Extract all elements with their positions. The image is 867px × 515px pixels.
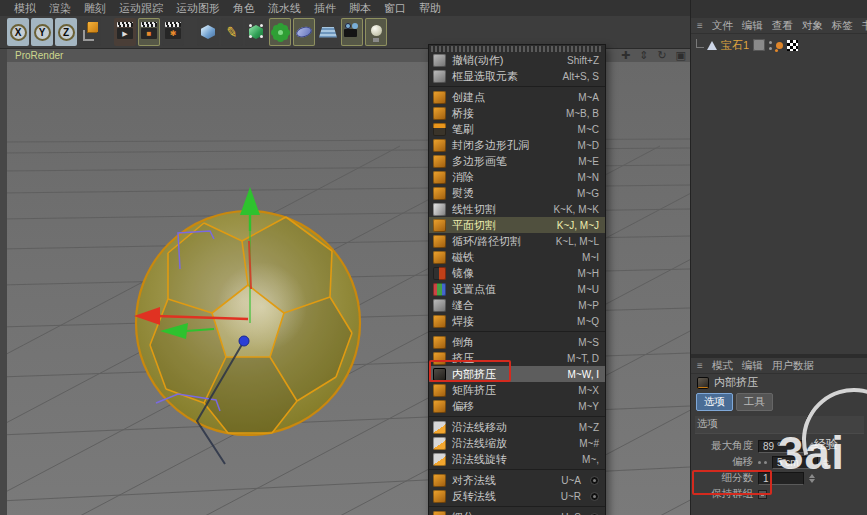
context-menu-item[interactable]: 熨烫 M~G [429,185,605,201]
menubar-item[interactable]: 流水线 [268,1,301,16]
menubar-item[interactable]: 帮助 [419,1,441,16]
attribute-value-input[interactable]: 5 cm [772,456,818,469]
context-menu-item[interactable]: 循环/路径切割 K~L, M~L [429,233,605,249]
object-manager-menu-item[interactable]: 查看 [772,19,793,33]
lock-z-axis-button[interactable]: Z [55,18,77,46]
floor-environment-button[interactable] [317,18,339,46]
menubar-item[interactable]: 运动图形 [176,1,220,16]
context-menu-item[interactable]: 焊接 M~Q [429,313,605,329]
menu-item-options-dot[interactable] [590,476,599,485]
subdivision-surface-button[interactable] [245,18,267,46]
attribute-label: 偏移 [695,455,753,469]
toolbar-icon-label: Z [58,24,75,41]
visibility-dots[interactable] [769,41,772,50]
toggle-layout-icon[interactable]: ▣ [676,50,686,61]
context-menu-item[interactable]: 细分 U~S [429,509,605,515]
primitive-cube-button[interactable] [197,18,219,46]
render-view-button[interactable] [114,18,136,46]
texture-tag-icon[interactable] [787,40,798,51]
context-menu-item[interactable]: 框显选取元素 Alt+S, S [429,68,605,84]
menubar-item[interactable]: 雕刻 [84,1,106,16]
menubar-item[interactable]: 模拟 [14,1,36,16]
attribute-value-input[interactable]: 1 [758,472,804,485]
render-settings-button[interactable] [162,18,184,46]
coordinate-system-button[interactable] [79,18,101,46]
create-point-icon [433,91,446,104]
context-menu-item[interactable]: 多边形画笔 M~E [429,153,605,169]
lock-x-axis-button[interactable]: X [7,18,29,46]
context-menu-item[interactable]: 挤压 M~T, D [429,350,605,366]
render-picture-viewer-button[interactable] [138,18,160,46]
value-stepper[interactable] [823,458,829,467]
context-menu-item[interactable]: 封闭多边形孔洞 M~D [429,137,605,153]
light-button[interactable] [365,18,387,46]
rotate-view-icon[interactable]: ↻ [657,50,666,61]
context-menu-item[interactable]: 矩阵挤压 M~X [429,382,605,398]
value-stepper[interactable] [809,442,815,451]
attribute-value-input[interactable]: 89 ° [758,440,804,453]
menu-item-shortcut: M~W, I [568,369,599,380]
attribute-manager-menu-item[interactable]: 模式 [712,359,733,373]
value-stepper[interactable] [809,474,815,483]
panel-menu-icon[interactable]: ≡ [697,360,703,371]
toolbar-separator[interactable] [103,18,112,46]
object-manager-menu-item[interactable]: 对象 [802,19,823,33]
dolly-view-icon[interactable]: ⇕ [639,50,648,61]
menubar-item[interactable]: 渲染 [49,1,71,16]
context-menu-item[interactable]: 消除 M~N [429,169,605,185]
context-menu-item[interactable]: 沿法线移动 M~Z [429,419,605,435]
set-point-value-icon [433,283,446,296]
object-manager-menu-item[interactable]: 标签 [832,19,853,33]
menubar-item[interactable]: 插件 [314,1,336,16]
array-modeling-button[interactable] [269,18,291,46]
object-name[interactable]: 宝石1 [721,38,749,53]
dissolve-icon [433,171,446,184]
camera-button[interactable] [341,18,363,46]
context-menu-item[interactable]: 桥接 M~B, B [429,105,605,121]
context-menu-item[interactable]: 笔刷 M~C [429,121,605,137]
menubar-item[interactable]: 角色 [233,1,255,16]
gem-object [136,211,360,435]
context-menu-item[interactable]: 内部挤压 M~W, I [429,366,605,382]
frame-selected-icon [433,70,446,83]
context-menu-item[interactable]: 倒角 M~S [429,334,605,350]
context-menu-item[interactable]: 缝合 M~P [429,297,605,313]
selection-tag-icon[interactable] [776,42,783,49]
object-manager-menu-item[interactable]: 编辑 [742,19,763,33]
attribute-tab[interactable]: 选项 [696,393,733,411]
context-menu-item[interactable]: 反转法线 U~R [429,488,605,504]
section-header[interactable]: 选项 [695,416,864,434]
magnet-icon [433,251,446,264]
menubar-item[interactable]: 运动跟踪 [119,1,163,16]
object-manager-menu-item[interactable]: 书签 [862,19,867,33]
menubar-item[interactable]: 窗口 [384,1,406,16]
display-tag-icon[interactable] [753,39,765,51]
context-menu-item[interactable]: 创建点 M~A [429,89,605,105]
attribute-checkbox[interactable] [758,490,767,499]
context-menu-item[interactable]: 设置点值 M~U [429,281,605,297]
attribute-manager-menu-item[interactable]: 编辑 [742,359,763,373]
context-menu-item[interactable]: 撤销(动作) Shift+Z [429,52,605,68]
keyframe-dots[interactable] [758,461,767,464]
context-menu-item[interactable]: 偏移 M~Y [429,398,605,414]
lock-y-axis-button[interactable]: Y [31,18,53,46]
panel-menu-icon[interactable]: ≡ [697,20,703,31]
object-manager-menu-item[interactable]: 文件 [712,19,733,33]
deformer-button[interactable] [293,18,315,46]
attribute-manager-menu-item[interactable]: 用户数据 [772,359,814,373]
attribute-tab[interactable]: 工具 [736,393,773,411]
context-menu-item[interactable]: 线性切割 K~K, M~K [429,201,605,217]
context-menu-item[interactable]: 平面切割 K~J, M~J [429,217,605,233]
pan-view-icon[interactable]: ✚ [621,50,630,61]
toolbar-separator[interactable] [186,18,195,46]
menubar-item[interactable]: 脚本 [349,1,371,16]
object-tree-row[interactable]: 宝石1 [691,37,867,54]
menu-item-options-dot[interactable] [590,492,599,501]
context-menu-item[interactable]: 沿法线缩放 M~# [429,435,605,451]
spline-pen-button[interactable] [221,18,243,46]
context-menu-item[interactable]: 磁铁 M~I [429,249,605,265]
close-polygon-hole-icon [433,139,446,152]
context-menu-item[interactable]: 对齐法线 U~A [429,472,605,488]
context-menu-item[interactable]: 沿法线旋转 M~, [429,451,605,467]
context-menu-item[interactable]: 镜像 M~H [429,265,605,281]
